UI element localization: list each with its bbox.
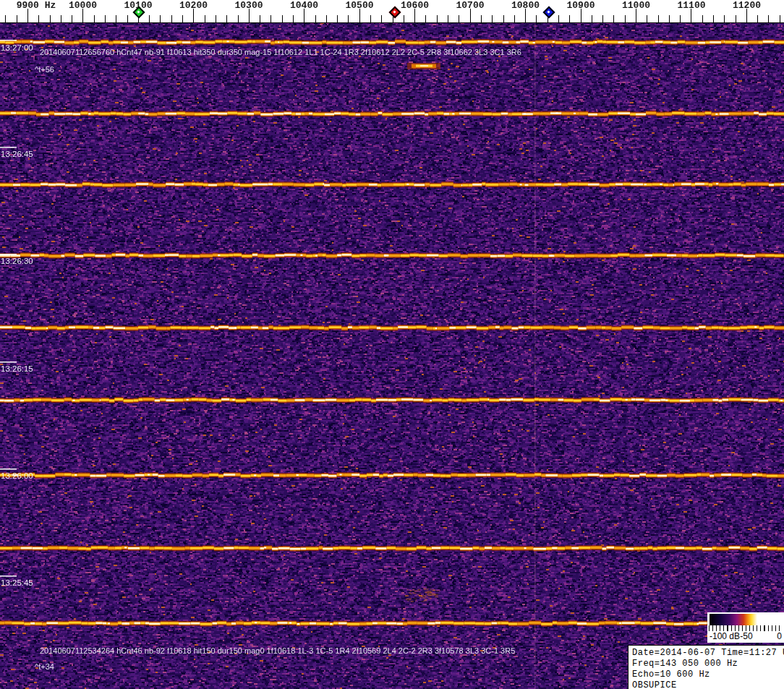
freq-axis-label: 10800 [511,0,540,11]
time-axis-label: 13:26:30 [1,257,33,265]
freq-axis-label: 11100 [677,0,705,11]
freq-axis-label: 10500 [345,0,373,11]
colorbar-ticks [709,625,783,631]
frequency-axis: 9900 Hz100001010010200103001040010500106… [0,0,784,23]
freq-axis-label: 10700 [456,0,484,11]
detection-offset-bottom: ^t+34 [35,662,54,671]
detection-annotation-top: 20140607112656760 hCnt47 nb-91 f10613 hi… [40,48,521,56]
detection-annotation-bottom: 20140607112534264 hCnt46 nb-92 f10618 hi… [40,646,515,655]
freq-axis-label: 10400 [290,0,318,11]
colorbar-label-min: -100 dB [710,631,740,641]
intensity-colorbar: -100 dB -50 0 [707,612,784,643]
status-info-box: Date=2014-06-07 Time=11:27 UTC Freq=143 … [628,645,784,689]
spectrogram-canvas[interactable] [0,22,784,689]
colorbar-labels: -100 dB -50 0 [707,631,784,643]
freq-axis-label: 9900 Hz [17,0,56,11]
detection-offset-top: ^t+56 [35,65,54,74]
time-axis-label: 13:26:15 [1,364,33,373]
marker-diamond-green[interactable] [133,7,144,17]
freq-axis-label: 10300 [234,0,263,11]
info-frequency: Freq=143 050 000 Hz [632,659,784,669]
info-station: OBSUPICE [632,680,784,689]
info-echo: Echo=10 600 Hz [632,669,784,680]
freq-axis-label: 10200 [179,0,208,11]
time-axis-label: 13:25:45 [1,578,33,587]
colorbar-gradient [709,613,783,626]
info-date-time: Date=2014-06-07 Time=11:27 UTC [632,648,784,659]
time-axis-label: 13:26:00 [1,471,33,480]
marker-diamond-red[interactable] [389,7,400,17]
time-axis-label: 13:26:45 [1,150,33,158]
freq-axis-label: 10000 [69,0,97,11]
colorbar-label-mid: -50 [740,631,752,641]
freq-axis-label: 10900 [566,0,595,11]
colorbar-label-max: 0 [777,631,782,641]
time-axis-label: 13:27:00 [1,43,33,52]
freq-axis-label: 11200 [733,0,761,11]
marker-diamond-blue[interactable] [543,7,554,17]
freq-axis-label: 11000 [622,0,650,11]
freq-axis-label: 10600 [401,0,429,11]
app-screen: 9900 Hz100001010010200103001040010500106… [0,0,784,689]
